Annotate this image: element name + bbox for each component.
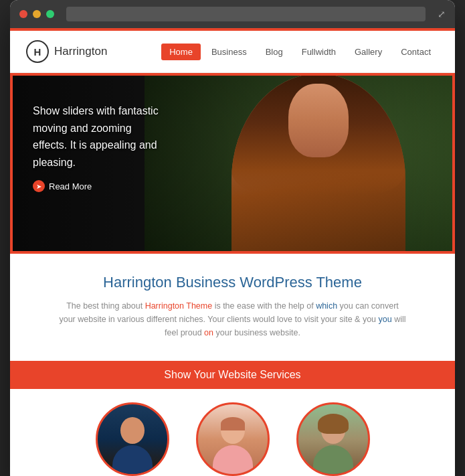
hero-readmore-link[interactable]: ➤ Read More xyxy=(33,180,167,192)
woman-face xyxy=(288,84,349,157)
team-avatar-2 xyxy=(196,402,270,476)
highlight-which: which xyxy=(316,301,337,311)
team-section xyxy=(10,389,455,476)
avatar-person-1 xyxy=(109,417,156,474)
hero-woman-image xyxy=(225,76,412,251)
readmore-text: Read More xyxy=(49,181,92,191)
maximize-button[interactable] xyxy=(46,10,54,18)
address-bar[interactable] xyxy=(66,7,426,21)
nav-contact[interactable]: Contact xyxy=(393,44,439,60)
team-avatar-1 xyxy=(96,402,169,476)
highlight-you: you xyxy=(379,315,392,324)
site-content: H Harrington Home Business Blog Fullwidt… xyxy=(10,31,455,476)
services-banner: Show Your Website Services xyxy=(10,361,455,389)
avatar-body-1 xyxy=(112,445,153,475)
browser-chrome: ⤢ xyxy=(10,0,455,28)
woman-shape xyxy=(231,74,405,251)
navbar: H Harrington Home Business Blog Fullwidt… xyxy=(10,31,455,73)
avatar-person-2 xyxy=(209,417,256,474)
section-subtitle: The best thing about Harrington Theme is… xyxy=(59,299,407,339)
team-member-1 xyxy=(96,402,169,476)
browser-window: ⤢ H Harrington Home Business Blog Fullwi… xyxy=(10,0,455,476)
close-button[interactable] xyxy=(19,10,27,18)
services-banner-text: Show Your Website Services xyxy=(164,369,300,380)
avatar-head-1 xyxy=(120,417,145,444)
team-member-3 xyxy=(296,402,370,476)
nav-business[interactable]: Business xyxy=(203,44,255,60)
highlight-on: on xyxy=(204,328,213,337)
nav-home[interactable]: Home xyxy=(161,44,201,60)
team-avatar-3 xyxy=(296,402,370,476)
minimize-button[interactable] xyxy=(33,10,41,18)
hero-slider: Show sliders with fantastic moving and z… xyxy=(10,73,455,254)
logo-text: Harrington xyxy=(54,45,107,58)
avatar-head-2 xyxy=(221,417,245,444)
section-heading: Harrington Business WordPress Theme xyxy=(26,274,439,291)
nav-gallery[interactable]: Gallery xyxy=(347,44,390,60)
nav-links: Home Business Blog Fullwidth Gallery Con… xyxy=(161,44,439,60)
nav-fullwidth[interactable]: Fullwidth xyxy=(294,44,344,60)
hero-title: Show sliders with fantastic moving and z… xyxy=(33,102,167,171)
avatar-hair-3 xyxy=(318,414,349,434)
nav-blog[interactable]: Blog xyxy=(258,44,291,60)
content-section: Harrington Business WordPress Theme The … xyxy=(10,254,455,353)
avatar-body-3 xyxy=(313,445,353,475)
team-member-2 xyxy=(196,402,270,476)
readmore-icon: ➤ xyxy=(33,180,45,192)
avatar-hair-2 xyxy=(221,417,245,430)
expand-icon[interactable]: ⤢ xyxy=(438,9,446,19)
avatar-body-2 xyxy=(213,445,253,475)
avatar-person-3 xyxy=(310,417,357,474)
hero-content: Show sliders with fantastic moving and z… xyxy=(33,102,167,192)
logo-area: H Harrington xyxy=(26,40,161,63)
highlight-harrington: Harrington Theme xyxy=(145,301,213,311)
logo-icon: H xyxy=(26,40,49,63)
avatar-head-3 xyxy=(321,417,345,444)
